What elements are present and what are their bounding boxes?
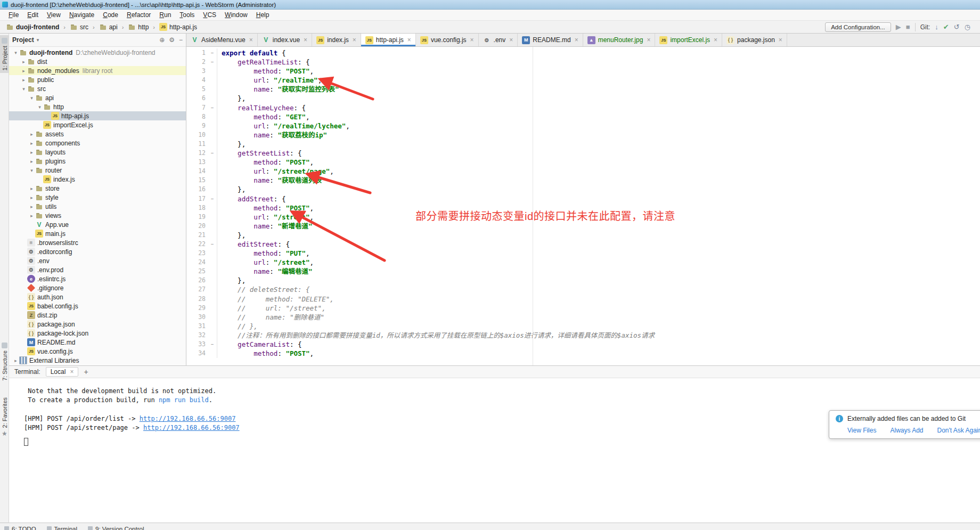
- code-line[interactable]: 28 // method: "DELETE",: [186, 295, 980, 304]
- chevron-closed-icon[interactable]: ▸: [28, 150, 35, 155]
- close-tab-icon[interactable]: ×: [353, 36, 356, 44]
- git-rollback-icon[interactable]: ↺: [954, 23, 960, 30]
- close-tab-icon[interactable]: ×: [575, 36, 578, 44]
- fold-marker-icon[interactable]: −: [208, 340, 217, 349]
- breadcrumb-duoji-frontend[interactable]: duoji-frontend: [4, 22, 61, 31]
- close-tab-icon[interactable]: ×: [509, 36, 513, 44]
- tool-strip-2-favorites[interactable]: 2: Favorites★: [0, 395, 9, 440]
- code-line[interactable]: 13 method: "POST",: [186, 158, 980, 167]
- new-terminal-session-button[interactable]: +: [84, 368, 88, 376]
- chevron-open-icon[interactable]: ▾: [12, 50, 19, 55]
- add-configuration-button[interactable]: Add Configuration...: [825, 22, 891, 32]
- fold-marker-icon[interactable]: −: [208, 48, 217, 58]
- tree-item-editorconfig[interactable]: ⚙.editorconfig: [9, 247, 186, 256]
- fold-marker-icon[interactable]: −: [208, 194, 217, 203]
- code-line[interactable]: 25 name: "编辑巷道": [186, 267, 980, 276]
- fold-marker-icon[interactable]: −: [208, 240, 217, 249]
- close-tab-icon[interactable]: ×: [714, 36, 717, 44]
- code-line[interactable]: 7− realTimeLychee: {: [186, 103, 980, 112]
- code-line[interactable]: 5 name: "获取实时监控列表": [186, 85, 980, 94]
- history-icon[interactable]: ◷: [965, 23, 970, 30]
- git-commit-icon[interactable]: ✔: [943, 23, 949, 30]
- code-line[interactable]: 34 method: "POST",: [186, 349, 980, 358]
- tree-item-importexcel-js[interactable]: JSimportExcel.js: [9, 120, 186, 129]
- close-tab-icon[interactable]: ×: [470, 36, 474, 44]
- tree-item-store[interactable]: ▸store: [9, 184, 186, 193]
- code-line[interactable]: 24 url: "/street",: [186, 258, 980, 267]
- code-line[interactable]: 32 //注释：所有用到删除的接口都需要拼接变量id，所以请求方式采用了挂载在原…: [186, 331, 980, 340]
- tree-item-main-js[interactable]: JSmain.js: [9, 229, 186, 238]
- menu-refactor[interactable]: Refactor: [123, 10, 155, 20]
- tree-item-package-json[interactable]: { }package.json: [9, 320, 186, 329]
- breadcrumb-http-api-js[interactable]: JShttp-api.js: [158, 22, 199, 31]
- tree-item-duoji-frontend[interactable]: ▾duoji-frontendD:\zheheWeb\duoji-fronten…: [9, 48, 186, 57]
- chevron-closed-icon[interactable]: ▸: [20, 77, 27, 83]
- tree-item-babel-config-js[interactable]: JSbabel.config.js: [9, 301, 186, 311]
- tree-item-components[interactable]: ▸components: [9, 138, 186, 148]
- tree-item-layouts[interactable]: ▸layouts: [9, 148, 186, 157]
- chevron-closed-icon[interactable]: ▸: [12, 358, 19, 363]
- chevron-closed-icon[interactable]: ▸: [28, 132, 35, 137]
- menu-file[interactable]: File: [4, 10, 23, 20]
- code-line[interactable]: 11 },: [186, 140, 980, 149]
- settings-gear-icon[interactable]: ⚙: [169, 36, 175, 44]
- chevron-closed-icon[interactable]: ▸: [28, 195, 35, 200]
- tree-item-app-vue[interactable]: VApp.vue: [9, 220, 186, 229]
- code-line[interactable]: 6 },: [186, 94, 980, 103]
- code-line[interactable]: 30 // name: "删除巷道": [186, 313, 980, 322]
- close-icon[interactable]: ×: [70, 368, 74, 376]
- code-line[interactable]: 2− getRealTimeList: {: [186, 58, 980, 67]
- tool-strip-7-structure[interactable]: 7: Structure: [0, 340, 9, 384]
- chevron-closed-icon[interactable]: ▸: [28, 141, 35, 146]
- tree-item-http[interactable]: ▾http: [9, 102, 186, 111]
- tree-item-browserslistrc[interactable]: ≡.browserslistrc: [9, 238, 186, 247]
- menu-tools[interactable]: Tools: [175, 10, 199, 20]
- menu-window[interactable]: Window: [220, 10, 252, 20]
- code-line[interactable]: 3 method: "POST",: [186, 67, 980, 76]
- code-line[interactable]: 31 // },: [186, 322, 980, 331]
- breadcrumb-src[interactable]: src: [68, 22, 90, 31]
- status-item-6-todo[interactable]: 6: TODO: [4, 526, 36, 530]
- stop-icon[interactable]: ■: [906, 23, 910, 30]
- tab-index-vue[interactable]: Vindex.vue×: [258, 34, 312, 46]
- close-tab-icon[interactable]: ×: [779, 36, 782, 44]
- tree-item-assets[interactable]: ▸assets: [9, 129, 186, 138]
- tree-item-http-api-js[interactable]: JShttp-api.js: [9, 111, 186, 120]
- code-line[interactable]: 12− getStreetList: {: [186, 149, 980, 158]
- terminal-tab-local[interactable]: Local ×: [46, 367, 79, 377]
- chevron-closed-icon[interactable]: ▸: [20, 59, 27, 64]
- close-tab-icon[interactable]: ×: [407, 36, 411, 44]
- code-line[interactable]: 22− editStreet: {: [186, 240, 980, 249]
- tree-item-views[interactable]: ▸views: [9, 211, 186, 220]
- code-line[interactable]: 21 },: [186, 231, 980, 240]
- notification-action-view-files[interactable]: View Files: [847, 427, 876, 434]
- tree-item-readme-md[interactable]: MREADME.md: [9, 338, 186, 347]
- chevron-closed-icon[interactable]: ▸: [28, 159, 35, 164]
- tree-item-api[interactable]: ▾api: [9, 93, 186, 102]
- menu-help[interactable]: Help: [252, 10, 274, 20]
- notification-action-always-add[interactable]: Always Add: [890, 427, 923, 434]
- notification-action-don-t-ask-again[interactable]: Don't Ask Again: [937, 427, 980, 434]
- chevron-open-icon[interactable]: ▾: [36, 104, 43, 110]
- code-line[interactable]: 9 url: "/realTime/lychee",: [186, 121, 980, 131]
- menu-edit[interactable]: Edit: [23, 10, 43, 20]
- code-line[interactable]: 26 },: [186, 276, 980, 285]
- code-line[interactable]: 33− getCameraList: {: [186, 340, 980, 349]
- close-tab-icon[interactable]: ×: [647, 36, 650, 44]
- code-line[interactable]: 27 // deleteStreet: {: [186, 285, 980, 294]
- tree-item-plugins[interactable]: ▸plugins: [9, 157, 186, 166]
- chevron-closed-icon[interactable]: ▸: [20, 68, 27, 74]
- code-line[interactable]: 1−export default {: [186, 48, 980, 58]
- breadcrumb-api[interactable]: api: [97, 22, 119, 31]
- tab-asidemenu-vue[interactable]: VAsideMenu.vue×: [186, 34, 258, 46]
- code-line[interactable]: 8 method: "GET",: [186, 112, 980, 121]
- chevron-closed-icon[interactable]: ▸: [28, 213, 35, 218]
- tree-item-utils[interactable]: ▸utils: [9, 202, 186, 211]
- tree-item-router[interactable]: ▾router: [9, 166, 186, 175]
- run-icon[interactable]: ▶: [896, 23, 901, 30]
- tab-env[interactable]: ⚙.env×: [479, 34, 518, 46]
- code-line[interactable]: 23 method: "PUT",: [186, 249, 980, 258]
- tree-item-eslintrc-js[interactable]: e.eslintrc.js: [9, 274, 186, 283]
- terminal-link[interactable]: http://192.168.66.56:9007: [140, 415, 236, 422]
- code-line[interactable]: 17− addStreet: {: [186, 194, 980, 203]
